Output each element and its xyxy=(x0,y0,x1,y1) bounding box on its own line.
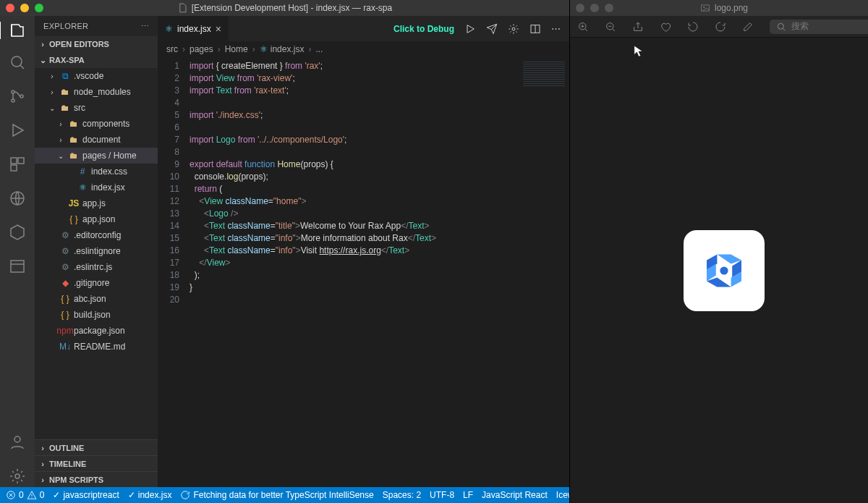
activity-scm[interactable] xyxy=(9,88,26,107)
minimize-window-button[interactable] xyxy=(20,4,29,12)
editor-more-icon[interactable]: ⋯ xyxy=(551,23,561,34)
tree-item--eslintignore[interactable]: ⚙.eslintignore xyxy=(35,243,158,259)
search-icon xyxy=(775,21,787,33)
fullscreen-window-button[interactable] xyxy=(35,4,43,12)
title-bar: [Extension Development Host] - index.jsx… xyxy=(0,0,569,16)
heart-icon[interactable] xyxy=(660,21,671,33)
tree-item-app-json[interactable]: { }app.json xyxy=(35,211,158,227)
sidebar-more-icon[interactable]: ⋯ xyxy=(141,22,149,31)
status-bar: 0 0 ✓ javascriptreact ✓ index.jsx Fetchi… xyxy=(0,487,569,503)
section-open-editors[interactable]: ›OPEN EDITORS xyxy=(35,36,158,52)
traffic-lights xyxy=(6,4,43,12)
tree-item-build-json[interactable]: { }build.json xyxy=(35,307,158,323)
sidebar-header: EXPLORER ⋯ xyxy=(35,16,158,36)
status-lang[interactable]: JavaScript React xyxy=(482,490,548,500)
rotate-right-icon[interactable] xyxy=(715,21,726,33)
send-icon[interactable] xyxy=(486,23,498,35)
share-icon[interactable] xyxy=(632,21,644,33)
tab-close-icon[interactable]: × xyxy=(216,23,221,35)
tree-item--eslintrc-js[interactable]: ⚙.eslintrc.js xyxy=(35,259,158,275)
settings-icon[interactable] xyxy=(508,23,519,35)
debug-hint: Click to Debug xyxy=(393,24,454,34)
activity-bar xyxy=(0,16,35,487)
tree-item-abc-json[interactable]: { }abc.json xyxy=(35,291,158,307)
svg-rect-6 xyxy=(11,165,17,171)
tree-item-readme-md[interactable]: M↓README.md xyxy=(35,339,158,355)
tab-label: index.jsx xyxy=(177,24,211,34)
tree-item-node_modules[interactable]: ›🖿node_modules xyxy=(35,84,158,100)
svg-point-11 xyxy=(512,28,515,30)
file-icon xyxy=(177,3,187,13)
svg-rect-5 xyxy=(18,158,24,164)
tree-item--editorconfig[interactable]: ⚙.editorconfig xyxy=(35,227,158,243)
search-input[interactable]: 搜索 xyxy=(770,20,868,34)
tree-item-components[interactable]: ›🖿components xyxy=(35,116,158,132)
tree-item-pages-home[interactable]: ⌄🖿pages / Home xyxy=(35,148,158,164)
tree-item-index-css[interactable]: #index.css xyxy=(35,164,158,179)
right-toolbar: 搜索 xyxy=(570,16,868,38)
svg-point-1 xyxy=(12,90,14,93)
svg-point-20 xyxy=(720,266,728,274)
rotate-left-icon[interactable] xyxy=(687,21,699,33)
breadcrumb--[interactable]: ... xyxy=(315,44,323,54)
tree-item--vscode[interactable]: ›⧉.vscode xyxy=(35,68,158,84)
react-icon: ⚛ xyxy=(165,24,173,34)
activity-iceworks[interactable] xyxy=(9,224,26,243)
tree-item-app-js[interactable]: JSapp.js xyxy=(35,195,158,211)
activity-panel-icon[interactable] xyxy=(9,258,26,277)
tree-item-index-jsx[interactable]: ⚛index.jsx xyxy=(35,179,158,195)
activity-search[interactable] xyxy=(9,54,26,73)
breadcrumb-src[interactable]: src xyxy=(166,44,178,54)
zoom-in-icon[interactable] xyxy=(577,21,589,33)
tree-item-package-json[interactable]: npmpackage.json xyxy=(35,323,158,339)
status-file[interactable]: ✓ index.jsx xyxy=(128,490,172,500)
svg-point-3 xyxy=(20,95,23,98)
tree-item--gitignore[interactable]: ◆.gitignore xyxy=(35,275,158,291)
minimize-window-button[interactable] xyxy=(590,4,599,12)
minimap[interactable] xyxy=(519,57,569,487)
status-errors[interactable]: 0 0 xyxy=(6,490,44,500)
search-placeholder: 搜索 xyxy=(791,20,809,33)
fullscreen-window-button[interactable] xyxy=(605,4,613,12)
activity-extensions[interactable] xyxy=(9,156,26,175)
split-editor-icon[interactable] xyxy=(529,23,541,35)
section-project[interactable]: ⌄RAX-SPA xyxy=(35,52,158,68)
activity-remote[interactable] xyxy=(9,190,26,209)
gutter: 1234567891011121314151617181920 xyxy=(158,57,187,487)
code-area[interactable]: 1234567891011121314151617181920 import {… xyxy=(158,57,569,487)
tree-item-src[interactable]: ⌄🖿src xyxy=(35,100,158,116)
tree-item-document[interactable]: ›🖿document xyxy=(35,132,158,148)
status-encoding[interactable]: UTF-8 xyxy=(430,490,454,500)
zoom-out-icon[interactable] xyxy=(605,21,616,33)
activity-account[interactable] xyxy=(9,434,26,453)
status-lang-check[interactable]: ✓ javascriptreact xyxy=(53,490,119,500)
activity-debug[interactable] xyxy=(9,122,26,141)
tabs-row: ⚛ index.jsx × Click to Debug ⋯ xyxy=(158,16,569,41)
file-tree: ›⧉.vscode›🖿node_modules⌄🖿src›🖿components… xyxy=(35,68,158,439)
svg-rect-8 xyxy=(11,261,24,272)
section-npm-scripts[interactable]: ›NPM SCRIPTS xyxy=(35,471,158,487)
breadcrumbs[interactable]: src›pages›Home›⚛ index.jsx›... xyxy=(158,41,569,57)
code[interactable]: import { createElement } from 'rax';impo… xyxy=(187,57,519,487)
image-canvas[interactable] xyxy=(570,38,868,503)
breadcrumb-home[interactable]: Home xyxy=(225,44,248,54)
close-window-button[interactable] xyxy=(576,4,584,12)
sidebar-title: EXPLORER xyxy=(43,22,88,30)
close-window-button[interactable] xyxy=(6,4,14,12)
tab-index-jsx[interactable]: ⚛ index.jsx × xyxy=(158,16,229,41)
status-message[interactable]: Fetching data for better TypeScript Inte… xyxy=(180,490,373,500)
play-icon[interactable] xyxy=(464,23,476,35)
breadcrumb-pages[interactable]: pages xyxy=(190,44,213,54)
activity-settings[interactable] xyxy=(9,468,26,487)
section-timeline[interactable]: ›TIMELINE xyxy=(35,455,158,471)
status-spaces[interactable]: Spaces: 2 xyxy=(383,490,421,500)
svg-point-9 xyxy=(14,436,20,442)
edit-icon[interactable] xyxy=(742,21,754,33)
breadcrumb-index-jsx[interactable]: ⚛ index.jsx xyxy=(260,44,305,54)
status-eol[interactable]: LF xyxy=(463,490,473,500)
activity-explorer[interactable] xyxy=(0,22,34,39)
vscode-window: [Extension Development Host] - index.jsx… xyxy=(0,0,569,503)
section-outline[interactable]: ›OUTLINE xyxy=(35,439,158,455)
logo-image xyxy=(684,230,765,311)
right-window-title: logo.png xyxy=(715,3,748,13)
